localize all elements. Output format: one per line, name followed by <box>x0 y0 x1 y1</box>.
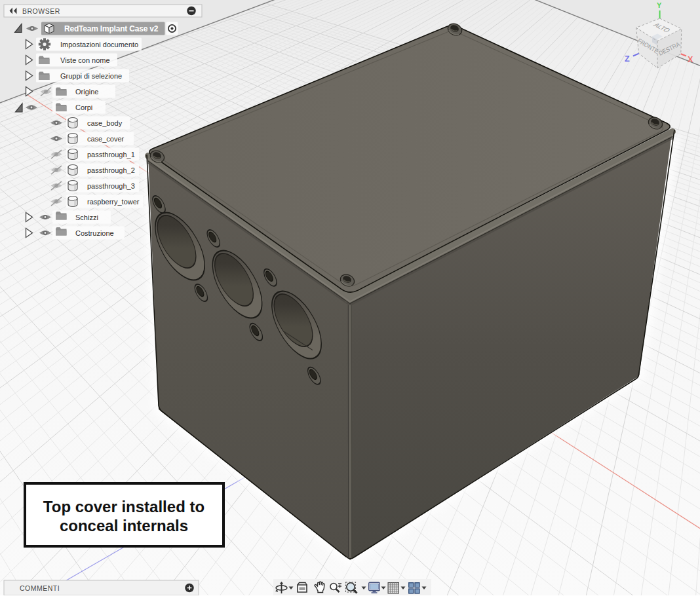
svg-text:case_body: case_body <box>87 119 123 127</box>
svg-text:Top cover installed to: Top cover installed to <box>43 498 204 515</box>
svg-text:BROWSER: BROWSER <box>22 7 60 15</box>
svg-text:Corpi: Corpi <box>75 103 92 111</box>
svg-text:Z: Z <box>625 54 630 64</box>
svg-text:COMMENTI: COMMENTI <box>20 584 60 592</box>
svg-text:conceal internals: conceal internals <box>60 517 188 534</box>
svg-text:RedTeam Implant Case v2: RedTeam Implant Case v2 <box>64 24 159 33</box>
svg-text:Costruzione: Costruzione <box>75 229 114 237</box>
svg-text:passthrough_3: passthrough_3 <box>87 182 135 190</box>
svg-text:raspberry_tower: raspberry_tower <box>87 198 140 206</box>
svg-text:passthrough_1: passthrough_1 <box>87 151 135 159</box>
svg-text:Viste con nome: Viste con nome <box>60 56 110 64</box>
svg-text:Gruppi di selezione: Gruppi di selezione <box>60 72 122 80</box>
svg-text:Origine: Origine <box>75 88 98 96</box>
svg-text:passthrough_2: passthrough_2 <box>87 166 135 174</box>
svg-text:Schizzi: Schizzi <box>75 214 98 221</box>
svg-text:case_cover: case_cover <box>87 135 125 143</box>
svg-text:Impostazioni documento: Impostazioni documento <box>60 41 138 48</box>
svg-text:X: X <box>688 55 693 64</box>
svg-text:Y: Y <box>657 1 662 9</box>
